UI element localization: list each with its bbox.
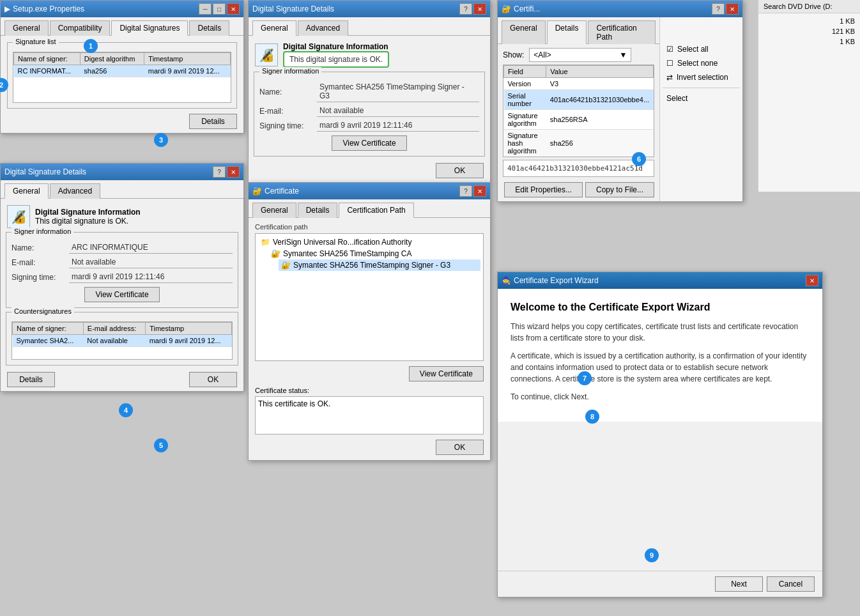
explorer-files: 1 KB 121 KB 1 KB bbox=[758, 13, 860, 49]
time-label-front: Signing time: bbox=[259, 121, 317, 130]
sig-list-label: Signature list bbox=[13, 38, 59, 45]
wizard-para-2: A certificate, which is issued by a cert… bbox=[511, 350, 810, 385]
select-item[interactable]: Select bbox=[663, 92, 740, 105]
select-all-item[interactable]: ☑ Select all bbox=[663, 43, 740, 56]
field-serial: Serial number bbox=[504, 90, 546, 110]
details-button-1[interactable]: Details bbox=[189, 114, 237, 129]
select-none-item[interactable]: ☐ Select none bbox=[663, 57, 740, 70]
table-row[interactable]: Signature algorithm sha256RSA bbox=[504, 110, 654, 130]
sig-front-close-btn[interactable]: ✕ bbox=[473, 3, 486, 15]
copy-to-file-btn[interactable]: Copy to File... bbox=[585, 182, 654, 197]
ok-btn-front[interactable]: OK bbox=[436, 163, 484, 178]
hex-value-display: 401ac46421b31321030ebbe4121ac51d bbox=[503, 160, 654, 177]
tab-details[interactable]: Details bbox=[189, 20, 229, 36]
tree-item-root[interactable]: 📁 VeriSign Universal Ro...ification Auth… bbox=[258, 236, 480, 248]
show-label: Show: bbox=[503, 50, 524, 59]
tab-digital-signatures[interactable]: Digital Signatures bbox=[111, 20, 188, 36]
edit-properties-btn[interactable]: Edit Properties... bbox=[504, 182, 583, 197]
explorer-header: Search DVD Drive (D: bbox=[758, 0, 860, 13]
value-serial: 401ac46421b31321030ebbe4... bbox=[546, 90, 654, 110]
name-label-front: Name: bbox=[259, 88, 317, 96]
tab-compatibility[interactable]: Compatibility bbox=[50, 20, 111, 36]
signer-algorithm: sha256 bbox=[80, 65, 144, 77]
setup-properties-window: ▶ Setup.exe Properties ─ □ ✕ General Com… bbox=[0, 0, 244, 134]
wizard-cancel-btn[interactable]: Cancel bbox=[767, 576, 815, 592]
ok-btn-cert-path[interactable]: OK bbox=[436, 440, 484, 455]
tree-item-ca[interactable]: 🔐 Symantec SHA256 TimeStamping CA bbox=[268, 248, 480, 259]
table-row[interactable]: Issuer VeriSign Universal Root Certi... bbox=[504, 157, 654, 158]
badge-9: 9 bbox=[645, 548, 659, 562]
file-size-3: 1 KB bbox=[840, 38, 855, 45]
wizard-title-icon: 🧙 bbox=[502, 276, 511, 285]
table-row[interactable]: Serial number 401ac46421b31321030ebbe4..… bbox=[504, 90, 654, 110]
tree-root-label: VeriSign Universal Ro...ification Author… bbox=[273, 238, 411, 247]
cert-path-section-label: Certification path bbox=[255, 223, 484, 231]
cert-details-tab-details[interactable]: Details bbox=[547, 20, 587, 44]
table-row[interactable]: Version V3 bbox=[504, 78, 654, 90]
setup-minimize-btn[interactable]: ─ bbox=[199, 3, 211, 15]
sig-front-help-btn[interactable]: ? bbox=[459, 3, 472, 15]
view-cert-btn-front[interactable]: View Certificate bbox=[332, 135, 406, 151]
cert-details-close-btn[interactable]: ✕ bbox=[726, 3, 739, 15]
cert-fields-scroll[interactable]: Field Value Version V3 Serial number bbox=[503, 65, 654, 157]
invert-label: Invert selection bbox=[677, 73, 728, 82]
countersigs-table: Name of signer: E-mail address: Timestam… bbox=[12, 322, 232, 347]
time-value-front: mardi 9 avril 2019 12:11:46 bbox=[317, 119, 479, 132]
cert-tab-cert-path[interactable]: Certification Path bbox=[339, 203, 413, 218]
tab-general[interactable]: General bbox=[4, 20, 49, 36]
ok-btn-back[interactable]: OK bbox=[189, 372, 237, 387]
explorer-panel: Search DVD Drive (D: 1 KB 121 KB 1 KB bbox=[758, 0, 860, 192]
select-all-label: Select all bbox=[677, 45, 709, 54]
cert-icon: 🔐 bbox=[252, 187, 262, 196]
cert-path-help-btn[interactable]: ? bbox=[459, 185, 472, 197]
wizard-footer: Next Cancel bbox=[498, 571, 822, 597]
sig-front-tab-advanced[interactable]: Advanced bbox=[298, 20, 348, 36]
cert-details-tab-path[interactable]: Certification Path bbox=[588, 20, 656, 44]
view-cert-btn-path[interactable]: View Certificate bbox=[409, 366, 484, 381]
signer-name: RC INFORMAT... bbox=[14, 65, 81, 77]
cert-details-tab-general[interactable]: General bbox=[502, 20, 546, 44]
setup-close-btn[interactable]: ✕ bbox=[227, 3, 240, 15]
countersig-row[interactable]: Symantec SHA2... Not available mardi 9 a… bbox=[13, 335, 232, 347]
wizard-controls: ✕ bbox=[806, 275, 818, 286]
file-size-1: 1 KB bbox=[840, 17, 855, 25]
cert-details-tabbar: General Details Certification Path bbox=[498, 17, 659, 44]
countersigs-label: Countersignatures bbox=[12, 307, 74, 315]
cs-col-name: Name of signer: bbox=[13, 323, 84, 335]
sig-back-help-btn[interactable]: ? bbox=[213, 166, 226, 178]
wizard-next-btn[interactable]: Next bbox=[715, 576, 763, 592]
wizard-close-btn[interactable]: ✕ bbox=[806, 275, 818, 286]
cert-status-value: This certificate is OK. bbox=[258, 399, 330, 408]
view-cert-btn-back[interactable]: View Certificate bbox=[84, 287, 159, 302]
show-dropdown[interactable]: <All> ▼ bbox=[529, 48, 631, 62]
tree-item-signer[interactable]: 🔐 Symantec SHA256 TimeStamping Signer - … bbox=[279, 259, 480, 271]
setup-maximize-btn[interactable]: □ bbox=[213, 3, 226, 15]
sig-back-tab-advanced[interactable]: Advanced bbox=[50, 183, 100, 199]
sig-back-close-btn[interactable]: ✕ bbox=[227, 166, 240, 178]
cert-path-close-btn[interactable]: ✕ bbox=[473, 185, 486, 197]
invert-icon: ⇄ bbox=[666, 73, 673, 82]
sig-front-header: 🔏 Digital Signature Information This dig… bbox=[249, 36, 490, 72]
badge-6: 6 bbox=[632, 152, 646, 166]
signature-list-scroll[interactable]: Name of signer: Digest algorithm Timesta… bbox=[13, 52, 231, 103]
select-label: Select bbox=[666, 94, 687, 103]
signer-timestamp: mardi 9 avril 2019 12... bbox=[144, 65, 231, 77]
sig-back-tab-general[interactable]: General bbox=[4, 183, 49, 199]
table-row[interactable]: RC INFORMAT... sha256 mardi 9 avril 2019… bbox=[14, 65, 231, 77]
cs-email: Not available bbox=[83, 335, 145, 347]
sig-front-tab-general[interactable]: General bbox=[252, 20, 296, 36]
cert-tab-general[interactable]: General bbox=[252, 203, 296, 218]
table-row[interactable]: Signature hash algorithm sha256 bbox=[504, 130, 654, 157]
invert-selection-item[interactable]: ⇄ Invert selection bbox=[663, 71, 740, 84]
cert-path-tree[interactable]: 📁 VeriSign Universal Ro...ification Auth… bbox=[255, 233, 484, 361]
sig-details-back-title: Digital Signature Details bbox=[4, 167, 86, 176]
badge-4: 4 bbox=[119, 403, 133, 417]
countersigs-scroll[interactable]: Name of signer: E-mail address: Timestam… bbox=[12, 321, 233, 360]
wizard-titlebar: 🧙 Certificate Export Wizard ✕ bbox=[498, 272, 822, 289]
cert-tab-details[interactable]: Details bbox=[298, 203, 338, 218]
details-btn-back[interactable]: Details bbox=[7, 372, 55, 387]
cert-details-help-btn[interactable]: ? bbox=[712, 3, 725, 15]
select-none-label: Select none bbox=[677, 59, 718, 68]
setup-controls: ─ □ ✕ bbox=[199, 3, 240, 15]
setup-titlebar: ▶ Setup.exe Properties ─ □ ✕ bbox=[1, 1, 243, 17]
